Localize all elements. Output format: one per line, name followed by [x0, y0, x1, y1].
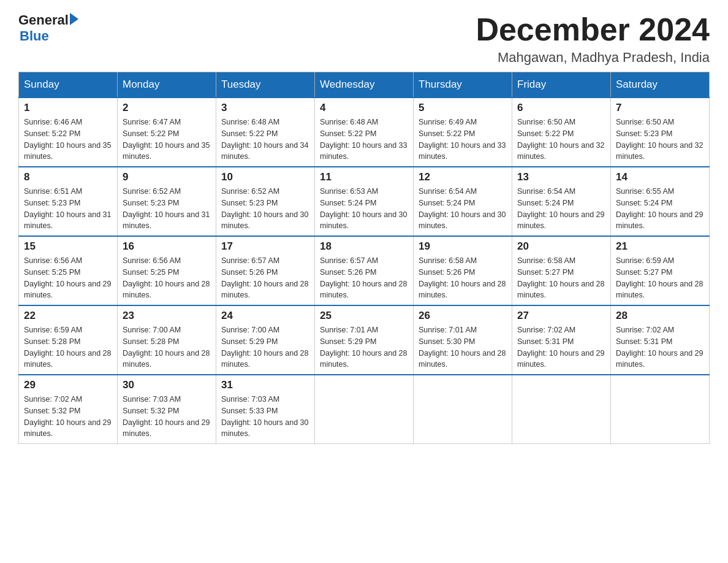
day-info: Sunrise: 6:50 AMSunset: 5:23 PMDaylight:… [616, 117, 704, 163]
day-info: Sunrise: 7:02 AMSunset: 5:32 PMDaylight:… [24, 394, 112, 440]
day-number: 25 [320, 310, 408, 322]
day-info: Sunrise: 6:58 AMSunset: 5:26 PMDaylight:… [419, 255, 507, 301]
day-cell: 12Sunrise: 6:54 AMSunset: 5:24 PMDayligh… [414, 167, 512, 236]
week-row-4: 22Sunrise: 6:59 AMSunset: 5:28 PMDayligh… [19, 305, 710, 375]
logo-blue: Blue [20, 28, 49, 44]
day-number: 16 [123, 240, 211, 253]
day-cell: 17Sunrise: 6:57 AMSunset: 5:26 PMDayligh… [216, 236, 315, 305]
day-cell: 4Sunrise: 6:48 AMSunset: 5:22 PMDaylight… [315, 98, 414, 167]
day-number: 21 [616, 240, 704, 253]
day-info: Sunrise: 7:00 AMSunset: 5:28 PMDaylight:… [123, 324, 211, 370]
day-cell: 5Sunrise: 6:49 AMSunset: 5:22 PMDaylight… [414, 98, 512, 167]
day-cell [414, 375, 512, 444]
day-info: Sunrise: 7:02 AMSunset: 5:31 PMDaylight:… [517, 324, 605, 370]
day-cell: 18Sunrise: 6:57 AMSunset: 5:26 PMDayligh… [315, 236, 414, 305]
day-number: 9 [123, 171, 211, 183]
day-cell: 29Sunrise: 7:02 AMSunset: 5:32 PMDayligh… [19, 375, 118, 444]
page-header: General Blue December 2024 Mahgawan, Mad… [18, 12, 710, 66]
day-cell: 31Sunrise: 7:03 AMSunset: 5:33 PMDayligh… [216, 375, 315, 444]
col-header-wednesday: Wednesday [315, 72, 414, 98]
day-cell: 24Sunrise: 7:00 AMSunset: 5:29 PMDayligh… [216, 305, 315, 375]
day-number: 27 [517, 310, 605, 322]
day-info: Sunrise: 6:56 AMSunset: 5:25 PMDaylight:… [123, 255, 211, 301]
day-number: 19 [419, 240, 507, 253]
day-cell: 13Sunrise: 6:54 AMSunset: 5:24 PMDayligh… [512, 167, 611, 236]
day-cell: 20Sunrise: 6:58 AMSunset: 5:27 PMDayligh… [512, 236, 611, 305]
day-info: Sunrise: 7:03 AMSunset: 5:32 PMDaylight:… [123, 394, 211, 440]
day-info: Sunrise: 6:53 AMSunset: 5:24 PMDaylight:… [320, 186, 408, 232]
day-number: 11 [320, 171, 408, 183]
day-info: Sunrise: 6:59 AMSunset: 5:27 PMDaylight:… [616, 255, 704, 301]
day-cell: 30Sunrise: 7:03 AMSunset: 5:32 PMDayligh… [118, 375, 216, 444]
day-cell: 23Sunrise: 7:00 AMSunset: 5:28 PMDayligh… [118, 305, 216, 375]
col-header-sunday: Sunday [19, 72, 118, 98]
day-info: Sunrise: 6:49 AMSunset: 5:22 PMDaylight:… [419, 117, 507, 163]
day-info: Sunrise: 7:01 AMSunset: 5:30 PMDaylight:… [419, 324, 507, 370]
day-cell: 9Sunrise: 6:52 AMSunset: 5:23 PMDaylight… [118, 167, 216, 236]
day-number: 2 [123, 102, 211, 114]
day-number: 22 [24, 310, 112, 322]
day-cell [611, 375, 710, 444]
week-row-5: 29Sunrise: 7:02 AMSunset: 5:32 PMDayligh… [19, 375, 710, 444]
day-number: 1 [24, 102, 112, 114]
day-number: 8 [24, 171, 112, 183]
day-cell: 15Sunrise: 6:56 AMSunset: 5:25 PMDayligh… [19, 236, 118, 305]
day-number: 14 [616, 171, 704, 183]
calendar-title: December 2024 [476, 12, 710, 47]
day-info: Sunrise: 6:57 AMSunset: 5:26 PMDaylight:… [320, 255, 408, 301]
day-number: 17 [221, 240, 309, 253]
day-info: Sunrise: 6:48 AMSunset: 5:22 PMDaylight:… [320, 117, 408, 163]
day-number: 13 [517, 171, 605, 183]
day-info: Sunrise: 6:52 AMSunset: 5:23 PMDaylight:… [221, 186, 309, 232]
col-header-friday: Friday [512, 72, 611, 98]
day-cell: 26Sunrise: 7:01 AMSunset: 5:30 PMDayligh… [414, 305, 512, 375]
day-cell: 21Sunrise: 6:59 AMSunset: 5:27 PMDayligh… [611, 236, 710, 305]
day-info: Sunrise: 6:57 AMSunset: 5:26 PMDaylight:… [221, 255, 309, 301]
day-number: 20 [517, 240, 605, 253]
logo: General Blue [18, 12, 78, 44]
day-info: Sunrise: 6:59 AMSunset: 5:28 PMDaylight:… [24, 324, 112, 370]
day-number: 29 [24, 379, 112, 391]
day-number: 26 [419, 310, 507, 322]
day-cell: 7Sunrise: 6:50 AMSunset: 5:23 PMDaylight… [611, 98, 710, 167]
day-number: 6 [517, 102, 605, 114]
day-info: Sunrise: 6:48 AMSunset: 5:22 PMDaylight:… [221, 117, 309, 163]
day-cell: 28Sunrise: 7:02 AMSunset: 5:31 PMDayligh… [611, 305, 710, 375]
day-cell: 19Sunrise: 6:58 AMSunset: 5:26 PMDayligh… [414, 236, 512, 305]
day-number: 31 [221, 379, 309, 391]
day-number: 30 [123, 379, 211, 391]
day-number: 5 [419, 102, 507, 114]
logo-triangle-icon [70, 13, 78, 25]
day-info: Sunrise: 6:55 AMSunset: 5:24 PMDaylight:… [616, 186, 704, 232]
week-row-1: 1Sunrise: 6:46 AMSunset: 5:22 PMDaylight… [19, 98, 710, 167]
col-header-saturday: Saturday [611, 72, 710, 98]
day-cell: 1Sunrise: 6:46 AMSunset: 5:22 PMDaylight… [19, 98, 118, 167]
day-number: 15 [24, 240, 112, 253]
day-number: 3 [221, 102, 309, 114]
day-number: 18 [320, 240, 408, 253]
day-info: Sunrise: 7:03 AMSunset: 5:33 PMDaylight:… [221, 394, 309, 440]
day-number: 24 [221, 310, 309, 322]
day-cell: 8Sunrise: 6:51 AMSunset: 5:23 PMDaylight… [19, 167, 118, 236]
day-number: 4 [320, 102, 408, 114]
day-info: Sunrise: 6:54 AMSunset: 5:24 PMDaylight:… [419, 186, 507, 232]
day-info: Sunrise: 7:00 AMSunset: 5:29 PMDaylight:… [221, 324, 309, 370]
day-number: 7 [616, 102, 704, 114]
day-cell: 14Sunrise: 6:55 AMSunset: 5:24 PMDayligh… [611, 167, 710, 236]
col-header-tuesday: Tuesday [216, 72, 315, 98]
day-cell: 11Sunrise: 6:53 AMSunset: 5:24 PMDayligh… [315, 167, 414, 236]
calendar-subtitle: Mahgawan, Madhya Pradesh, India [476, 50, 710, 66]
day-cell [512, 375, 611, 444]
day-cell: 2Sunrise: 6:47 AMSunset: 5:22 PMDaylight… [118, 98, 216, 167]
day-info: Sunrise: 6:51 AMSunset: 5:23 PMDaylight:… [24, 186, 112, 232]
day-number: 28 [616, 310, 704, 322]
day-info: Sunrise: 6:47 AMSunset: 5:22 PMDaylight:… [123, 117, 211, 163]
day-info: Sunrise: 7:01 AMSunset: 5:29 PMDaylight:… [320, 324, 408, 370]
day-cell: 27Sunrise: 7:02 AMSunset: 5:31 PMDayligh… [512, 305, 611, 375]
day-info: Sunrise: 6:54 AMSunset: 5:24 PMDaylight:… [517, 186, 605, 232]
week-row-3: 15Sunrise: 6:56 AMSunset: 5:25 PMDayligh… [19, 236, 710, 305]
week-row-2: 8Sunrise: 6:51 AMSunset: 5:23 PMDaylight… [19, 167, 710, 236]
day-cell: 22Sunrise: 6:59 AMSunset: 5:28 PMDayligh… [19, 305, 118, 375]
day-cell: 16Sunrise: 6:56 AMSunset: 5:25 PMDayligh… [118, 236, 216, 305]
day-number: 12 [419, 171, 507, 183]
